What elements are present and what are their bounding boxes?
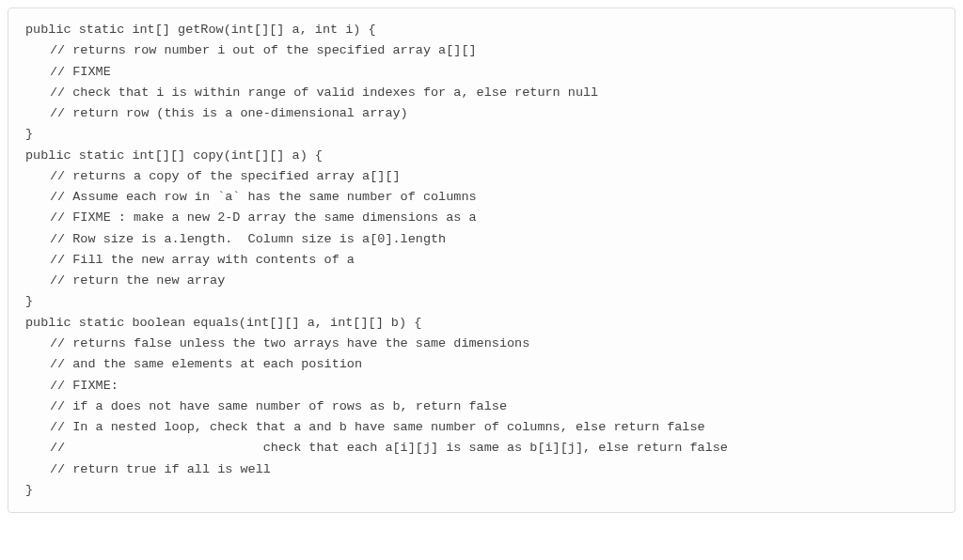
code-line: // returns row number i out of the speci… — [25, 40, 938, 61]
code-line: // returns false unless the two arrays h… — [25, 334, 938, 354]
code-line: } — [25, 124, 938, 145]
code-line: // if a does not have same number of row… — [25, 397, 938, 417]
code-line: public static int[][] copy(int[][] a) { — [25, 146, 938, 166]
code-line: // and the same elements at each positio… — [25, 354, 938, 375]
code-line: // FIXME : make a new 2-D array the same… — [25, 208, 938, 228]
code-line: public static boolean equals(int[][] a, … — [25, 313, 938, 334]
code-line: public static int[] getRow(int[][] a, in… — [25, 20, 938, 40]
code-line: // In a nested loop, check that a and b … — [25, 417, 938, 438]
code-line: } — [25, 291, 938, 312]
code-line: } — [25, 480, 938, 501]
code-line: // returns a copy of the specified array… — [25, 166, 938, 187]
code-line: // Fill the new array with contents of a — [25, 250, 938, 271]
code-line: // return row (this is a one-dimensional… — [25, 103, 938, 124]
code-line: // return the new array — [25, 271, 938, 291]
code-line: // Assume each row in `a` has the same n… — [25, 187, 938, 208]
code-line: // return true if all is well — [25, 459, 938, 480]
code-block: public static int[] getRow(int[][] a, in… — [8, 8, 955, 513]
code-line: // FIXME: — [25, 376, 938, 397]
code-line: // Row size is a.length. Column size is … — [25, 229, 938, 250]
code-line: // FIXME — [25, 62, 938, 83]
code-line: // check that each a[i][j] is same as b[… — [25, 438, 938, 459]
code-line: // check that i is within range of valid… — [25, 83, 938, 103]
